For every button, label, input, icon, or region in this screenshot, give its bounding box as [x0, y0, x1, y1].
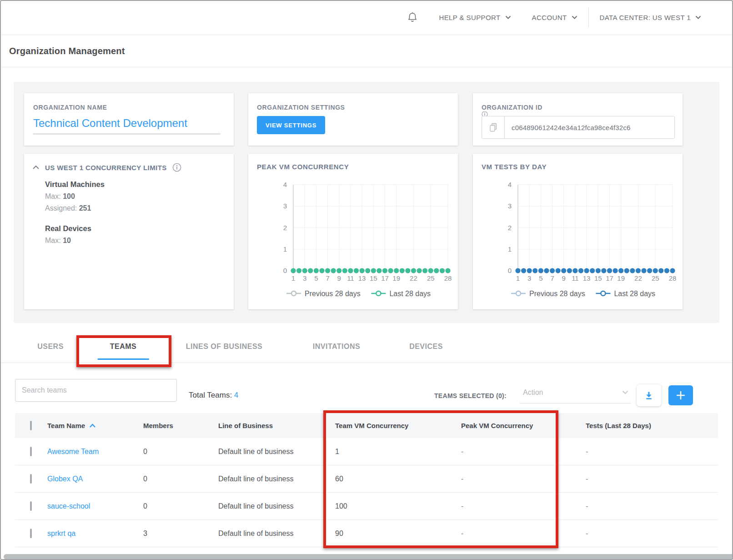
svg-text:1: 1	[508, 245, 512, 253]
search-teams-input[interactable]	[15, 379, 177, 402]
info-icon[interactable]	[172, 163, 181, 172]
chevron-down-icon	[572, 15, 577, 20]
organization-name-label: ORGANIZATION NAME	[33, 104, 107, 111]
cell-team_vm: 90	[335, 530, 461, 538]
account-menu[interactable]: ACCOUNT	[532, 14, 577, 21]
action-dropdown[interactable]: Action	[520, 382, 631, 404]
plus-icon	[675, 390, 686, 401]
svg-text:13: 13	[358, 274, 366, 282]
team-name-link[interactable]: sauce-school	[47, 502, 90, 510]
peak-vm-concurrency-card: PEAK VM CONCURRENCY 01234135791113151719…	[248, 154, 458, 309]
vm-tests-by-day-chart: 01234135791113151719222528Previous 28 da…	[473, 154, 683, 309]
cell-tests: -	[586, 448, 718, 456]
notifications-bell-icon[interactable]	[407, 11, 418, 23]
download-icon	[644, 391, 653, 400]
account-label: ACCOUNT	[532, 14, 567, 21]
add-team-button[interactable]	[668, 385, 693, 405]
svg-text:1: 1	[516, 274, 520, 282]
organization-management-screen: HELP & SUPPORT ACCOUNT DATA CENTER: US W…	[0, 0, 733, 560]
vm-max-line: Max: 100	[45, 192, 105, 201]
cell-tests: -	[586, 475, 718, 483]
cell-members: 0	[143, 502, 218, 510]
svg-text:5: 5	[539, 274, 542, 282]
select-all-checkbox[interactable]	[30, 421, 32, 430]
tab-teams[interactable]: TEAMS	[110, 333, 137, 359]
cell-team_vm: 100	[335, 502, 461, 510]
row-checkbox[interactable]	[30, 474, 32, 484]
organization-name-field[interactable]: Technical Content Development	[33, 117, 221, 134]
organization-settings-card: ORGANIZATION SETTINGS VIEW SETTINGS	[248, 93, 458, 146]
cell-lob: Default line of business	[218, 502, 335, 510]
svg-text:7: 7	[550, 274, 554, 282]
table-row: sauce-school0Default line of business100…	[15, 493, 718, 520]
virtual-machines-heading: Virtual Machines	[45, 180, 105, 189]
svg-text:9: 9	[562, 274, 566, 282]
svg-text:3: 3	[508, 202, 512, 210]
svg-text:17: 17	[381, 274, 389, 282]
cell-members: 3	[143, 530, 218, 538]
table-row: Awesome Team0Default line of business1--	[15, 438, 718, 465]
view-settings-button[interactable]: VIEW SETTINGS	[257, 116, 325, 134]
column-header-peak-vm-concurrency: Peak VM Concurrency	[461, 422, 586, 429]
organization-name-card: ORGANIZATION NAME Technical Content Deve…	[24, 93, 234, 146]
rd-max-line: Max: 10	[45, 237, 105, 245]
organization-id-value: c064890612424e34a12fca98ce4f32c6	[505, 116, 631, 138]
teams-table-header: Team NameMembersLine of BusinessTeam VM …	[15, 413, 718, 438]
chevron-down-icon	[695, 15, 701, 20]
svg-text:22: 22	[410, 274, 417, 282]
cell-lob: Default line of business	[218, 530, 335, 538]
org-tabs: USERSTEAMSLINES OF BUSINESSINVITATIONSDE…	[0, 333, 733, 363]
column-header-team-vm-concurrency: Team VM Concurrency	[335, 422, 461, 429]
tab-devices[interactable]: DEVICES	[409, 333, 443, 359]
table-row: Globex QA0Default line of business60--	[15, 465, 718, 493]
teams-toolbar: Total Teams: 4 TEAMS SELECTED (0): Actio…	[0, 376, 733, 410]
svg-text:3: 3	[527, 274, 531, 282]
cell-lob: Default line of business	[218, 448, 335, 456]
collapse-chevron-up-icon[interactable]	[32, 165, 40, 170]
svg-text:7: 7	[326, 274, 329, 282]
team-name-link[interactable]: Globex QA	[47, 475, 83, 483]
svg-text:15: 15	[370, 274, 377, 282]
svg-text:9: 9	[337, 274, 341, 282]
teams-table: Team NameMembersLine of BusinessTeam VM …	[15, 413, 718, 547]
tab-users[interactable]: USERS	[37, 333, 64, 359]
tab-lines-of-business[interactable]: LINES OF BUSINESS	[186, 333, 263, 359]
svg-text:28: 28	[444, 274, 452, 282]
real-devices-heading: Real Devices	[45, 224, 105, 233]
row-checkbox[interactable]	[30, 529, 32, 538]
column-header-team-name[interactable]: Team Name	[47, 422, 143, 429]
organization-summary-panel: ORGANIZATION NAME Technical Content Deve…	[14, 82, 719, 323]
svg-text:3: 3	[283, 202, 287, 210]
cell-peak_vm: -	[461, 530, 586, 538]
download-teams-button[interactable]	[637, 384, 661, 406]
team-name-link[interactable]: Awesome Team	[47, 448, 99, 455]
column-header-tests-last-28-days-: Tests (Last 28 Days)	[586, 422, 718, 429]
svg-text:22: 22	[634, 274, 642, 282]
cell-peak_vm: -	[461, 502, 586, 510]
svg-text:4: 4	[508, 181, 512, 188]
copy-org-id-button[interactable]	[482, 116, 505, 138]
svg-text:5: 5	[314, 274, 318, 282]
svg-text:11: 11	[572, 274, 579, 282]
svg-text:2: 2	[283, 224, 287, 232]
row-checkbox[interactable]	[30, 501, 32, 511]
team-name-link[interactable]: sprkrt qa	[47, 530, 75, 537]
data-center-menu[interactable]: DATA CENTER: US WEST 1	[600, 14, 702, 21]
tab-invitations[interactable]: INVITATIONS	[313, 333, 360, 359]
help-support-label: HELP & SUPPORT	[439, 14, 500, 21]
row-checkbox[interactable]	[30, 447, 32, 456]
topbar-divider	[588, 7, 589, 27]
total-teams-count-link[interactable]: 4	[234, 391, 238, 399]
sort-ascending-icon	[89, 424, 96, 428]
vm-assigned-line: Assigned: 251	[45, 204, 105, 212]
concurrency-limits-card: US WEST 1 CONCURRENCY LIMITS Virtual Mac…	[24, 154, 234, 309]
chevron-down-icon	[622, 390, 628, 394]
cell-members: 0	[143, 448, 218, 456]
cell-lob: Default line of business	[218, 475, 335, 483]
horizontal-scrollbar[interactable]	[4, 554, 733, 560]
help-support-menu[interactable]: HELP & SUPPORT	[439, 14, 511, 21]
organization-settings-label: ORGANIZATION SETTINGS	[257, 104, 345, 111]
action-placeholder: Action	[523, 388, 543, 397]
svg-text:19: 19	[392, 274, 400, 282]
organization-id-label: ORGANIZATION ID	[482, 104, 542, 117]
